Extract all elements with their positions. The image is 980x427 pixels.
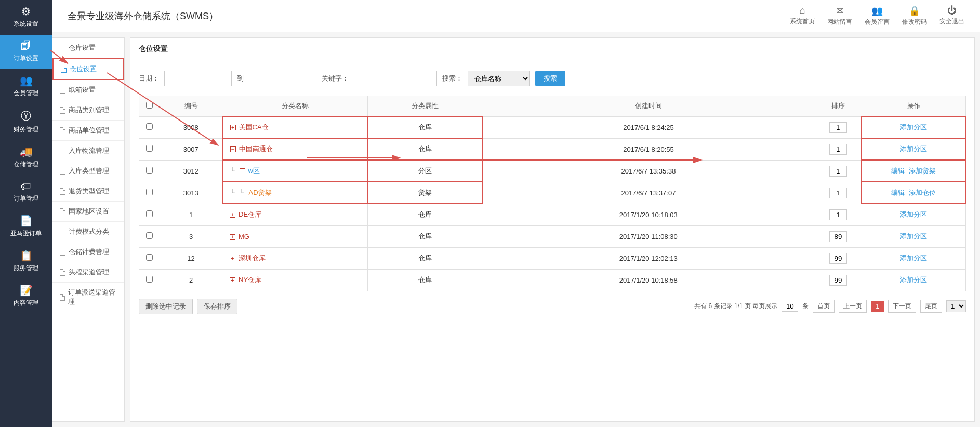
row-id: 3007 [160, 138, 222, 160]
sub-country-region[interactable]: 国家地区设置 [52, 202, 124, 222]
sort-input[interactable] [829, 166, 847, 177]
sort-input[interactable] [829, 253, 847, 264]
tree-toggle-icon[interactable] [230, 212, 235, 218]
sub-product-unit[interactable]: 商品单位管理 [52, 121, 124, 141]
row-name: NY仓库 [222, 269, 368, 291]
search-type-select[interactable]: 仓库名称 [468, 71, 530, 86]
nav-order-mgmt[interactable]: 🏷订单管理 [0, 175, 52, 209]
row-time: 2017/6/7 13:37:07 [482, 182, 815, 204]
quick-links: ⌂系统首页 ✉网站留言 👥会员留言 🔒修改密码 ⏻安全退出 [790, 5, 964, 26]
row-name: 美国CA仓 [222, 116, 368, 138]
delete-selected-button[interactable]: 删除选中记录 [139, 299, 193, 314]
action-link[interactable]: 添加分区 [900, 232, 927, 240]
tree-toggle-icon[interactable] [230, 256, 235, 261]
nav-label: 会员管理 [14, 89, 38, 98]
nav-member-mgmt[interactable]: 👥会员管理 [0, 69, 52, 104]
pagination: 共有 6 条记录 1/1 页 每页展示 条 首页 上一页 1 下一页 尾页 1 [694, 300, 966, 313]
row-actions: 添加分区 [862, 247, 965, 269]
action-link[interactable]: 添加分区 [900, 276, 927, 284]
per-page-input[interactable] [782, 301, 798, 312]
sort-input[interactable] [829, 231, 847, 242]
quick-logout[interactable]: ⏻安全退出 [939, 5, 964, 26]
action-link[interactable]: 添加分区 [900, 123, 927, 131]
quick-member-msg[interactable]: 👥会员留言 [865, 5, 890, 26]
sub-product-category[interactable]: 商品类别管理 [52, 100, 124, 121]
nav-warehouse-mgmt[interactable]: 🚚仓储管理 [0, 140, 52, 175]
action-link[interactable]: 添加分区 [900, 210, 927, 218]
current-page[interactable]: 1 [871, 301, 884, 312]
tree-toggle-icon[interactable] [230, 234, 235, 240]
row-id: 3 [160, 225, 222, 247]
row-name: └└AD货架 [222, 182, 368, 204]
table-row: 3MG仓库2017/1/20 11:08:30添加分区 [139, 225, 966, 247]
first-page-button[interactable]: 首页 [813, 300, 835, 313]
row-attr: 仓库 [368, 247, 482, 269]
last-page-button[interactable]: 尾页 [920, 300, 942, 313]
row-checkbox[interactable] [146, 254, 153, 261]
nav-system-settings[interactable]: ⚙系统设置 [0, 0, 52, 35]
row-checkbox[interactable] [146, 145, 153, 152]
col-time: 创建时间 [482, 96, 815, 117]
sub-storage-billing[interactable]: 仓储计费管理 [52, 242, 124, 262]
prev-page-button[interactable]: 上一页 [839, 300, 867, 313]
action-link[interactable]: 编辑 [891, 189, 905, 196]
nav-service-mgmt[interactable]: 📋服务管理 [0, 244, 52, 279]
sort-input[interactable] [829, 144, 847, 155]
action-link[interactable]: 编辑 [891, 167, 905, 175]
row-time: 2017/1/20 11:08:30 [482, 225, 815, 247]
sub-carton-settings[interactable]: 纸箱设置 [52, 80, 124, 100]
row-checkbox[interactable] [146, 276, 153, 283]
nav-order-settings[interactable]: 🗐订单设置 [0, 35, 52, 69]
sub-inbound-type[interactable]: 入库类型管理 [52, 161, 124, 181]
quick-change-pw[interactable]: 🔒修改密码 [902, 5, 927, 26]
goto-page-select[interactable]: 1 [946, 300, 966, 312]
keyword-input[interactable] [354, 71, 437, 86]
action-link[interactable]: 添加分区 [900, 254, 927, 262]
doc-icon [60, 229, 65, 235]
sort-input[interactable] [829, 188, 847, 198]
action-link[interactable]: 添加分区 [900, 145, 927, 153]
quick-site-msg[interactable]: ✉网站留言 [827, 5, 852, 26]
tree-toggle-icon[interactable] [230, 146, 236, 152]
sub-return-type[interactable]: 退货类型管理 [52, 181, 124, 202]
row-checkbox[interactable] [146, 189, 153, 195]
nav-amazon-orders[interactable]: 📄亚马逊订单 [0, 209, 52, 244]
nav-content-mgmt[interactable]: 📝内容管理 [0, 279, 52, 314]
nav-finance-mgmt[interactable]: Ⓨ财务管理 [0, 104, 52, 140]
sub-delivery-channel[interactable]: 订单派送渠道管理 [52, 283, 124, 312]
action-link[interactable]: 添加仓位 [909, 189, 936, 196]
save-sort-button[interactable]: 保存排序 [197, 299, 237, 314]
select-all-checkbox[interactable] [146, 102, 153, 109]
sub-inbound-logistics[interactable]: 入库物流管理 [52, 141, 124, 161]
next-page-button[interactable]: 下一页 [888, 300, 916, 313]
table-row: 3007中国南通仓仓库2017/6/1 8:20:55添加分区 [139, 138, 966, 160]
doc-icon [60, 269, 65, 276]
row-checkbox[interactable] [146, 210, 153, 217]
row-checkbox[interactable] [146, 123, 153, 130]
quick-home[interactable]: ⌂系统首页 [790, 5, 815, 26]
doc-icon [60, 249, 65, 256]
gear-icon: ⚙ [21, 5, 31, 18]
doc-icon [60, 127, 65, 134]
sort-input[interactable] [829, 122, 847, 133]
sort-input[interactable] [829, 209, 847, 220]
tree-toggle-icon[interactable] [240, 168, 245, 174]
search-button[interactable]: 搜索 [535, 71, 565, 86]
sort-input[interactable] [829, 275, 847, 286]
date-from-input[interactable] [164, 71, 232, 86]
row-checkbox[interactable] [146, 167, 153, 174]
sub-head-channel[interactable]: 头程渠道管理 [52, 262, 124, 283]
tree-toggle-icon[interactable] [230, 277, 235, 283]
action-link[interactable]: 添加货架 [909, 167, 936, 175]
row-time: 2017/6/7 13:35:38 [482, 160, 815, 182]
date-to-input[interactable] [249, 71, 316, 86]
row-attr: 仓库 [368, 225, 482, 247]
row-id: 12 [160, 247, 222, 269]
left-sidebar: ⚙系统设置 🗐订单设置 👥会员管理 Ⓨ财务管理 🚚仓储管理 🏷订单管理 📄亚马逊… [0, 0, 52, 427]
sub-warehouse-settings[interactable]: 仓库设置 [52, 38, 124, 58]
sub-bin-settings[interactable]: 仓位设置 [52, 58, 124, 80]
sub-billing-mode[interactable]: 计费模式分类 [52, 222, 124, 242]
home-icon: ⌂ [800, 5, 805, 16]
tree-toggle-icon[interactable] [230, 125, 236, 130]
row-checkbox[interactable] [146, 232, 153, 239]
